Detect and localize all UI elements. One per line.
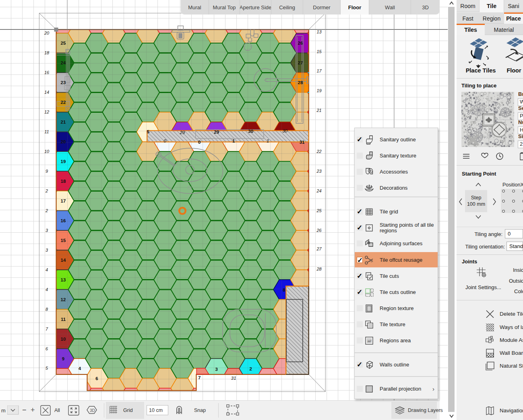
svg-text:19: 19 — [61, 159, 66, 164]
svg-text:12: 12 — [61, 297, 66, 302]
svg-text:8: 8 — [45, 307, 48, 312]
svg-text:31: 31 — [231, 376, 236, 381]
svg-text:18: 18 — [44, 50, 50, 55]
svg-text:10: 10 — [61, 337, 66, 341]
svg-text:11: 11 — [61, 317, 66, 322]
svg-text:12: 12 — [44, 110, 49, 114]
svg-text:30: 30 — [248, 129, 253, 134]
svg-text:27: 27 — [298, 60, 303, 65]
svg-text:2: 2 — [249, 366, 252, 371]
svg-text:5: 5 — [147, 129, 150, 134]
svg-text:20: 20 — [44, 31, 50, 35]
svg-text:m²: m² — [368, 339, 372, 343]
svg-text:4: 4 — [45, 287, 48, 292]
svg-text:26: 26 — [316, 228, 322, 233]
svg-text:5: 5 — [45, 366, 48, 370]
svg-text:9: 9 — [62, 356, 64, 361]
svg-text:1: 1 — [267, 139, 269, 143]
svg-text:3D: 3D — [90, 408, 95, 413]
svg-text:0: 0 — [164, 139, 167, 143]
svg-text:21: 21 — [61, 120, 66, 124]
svg-text:4: 4 — [45, 267, 48, 272]
svg-text:2: 2 — [45, 188, 48, 193]
svg-text:1: 1 — [232, 139, 235, 143]
svg-text:2: 2 — [45, 208, 48, 213]
svg-text:14: 14 — [44, 90, 49, 95]
svg-text:6: 6 — [45, 346, 48, 351]
svg-text:24: 24 — [61, 60, 66, 65]
svg-text:23: 23 — [61, 80, 66, 85]
svg-text:16: 16 — [44, 70, 50, 75]
svg-text:21: 21 — [316, 108, 321, 113]
svg-text:25: 25 — [316, 208, 322, 213]
svg-text:29: 29 — [214, 130, 219, 134]
svg-text:3: 3 — [45, 228, 48, 233]
svg-text:6: 6 — [95, 376, 98, 381]
svg-text:27: 27 — [316, 246, 322, 251]
svg-text:15: 15 — [61, 238, 66, 243]
svg-text:18: 18 — [61, 179, 66, 184]
svg-text:15: 15 — [316, 49, 322, 54]
svg-text:24: 24 — [316, 188, 321, 193]
svg-text:13: 13 — [61, 277, 66, 282]
svg-text:28: 28 — [316, 267, 322, 271]
svg-text:17: 17 — [316, 68, 322, 73]
svg-text:11: 11 — [44, 129, 49, 134]
svg-text:9: 9 — [45, 169, 48, 174]
svg-text:8: 8 — [283, 288, 285, 292]
svg-text:10: 10 — [44, 149, 50, 154]
svg-text:30: 30 — [282, 128, 287, 133]
svg-text:20: 20 — [61, 139, 66, 144]
svg-text:22: 22 — [316, 149, 321, 154]
svg-text:31: 31 — [300, 140, 305, 145]
svg-text:16: 16 — [61, 218, 66, 223]
svg-text:17: 17 — [61, 199, 66, 203]
svg-text:0: 0 — [198, 140, 201, 145]
svg-text:13: 13 — [316, 29, 322, 34]
svg-text:7: 7 — [45, 327, 48, 331]
svg-text:19: 19 — [316, 88, 321, 93]
svg-text:28: 28 — [298, 80, 303, 85]
svg-text:3: 3 — [45, 248, 48, 252]
svg-text:4: 4 — [79, 366, 81, 371]
svg-text:25: 25 — [61, 41, 66, 46]
svg-text:7: 7 — [198, 375, 201, 380]
svg-text:23: 23 — [316, 169, 322, 174]
svg-text:26: 26 — [298, 41, 303, 46]
svg-text:14: 14 — [61, 258, 66, 263]
svg-text:29: 29 — [179, 130, 185, 135]
svg-text:3: 3 — [215, 367, 217, 372]
svg-text:22: 22 — [61, 100, 66, 105]
